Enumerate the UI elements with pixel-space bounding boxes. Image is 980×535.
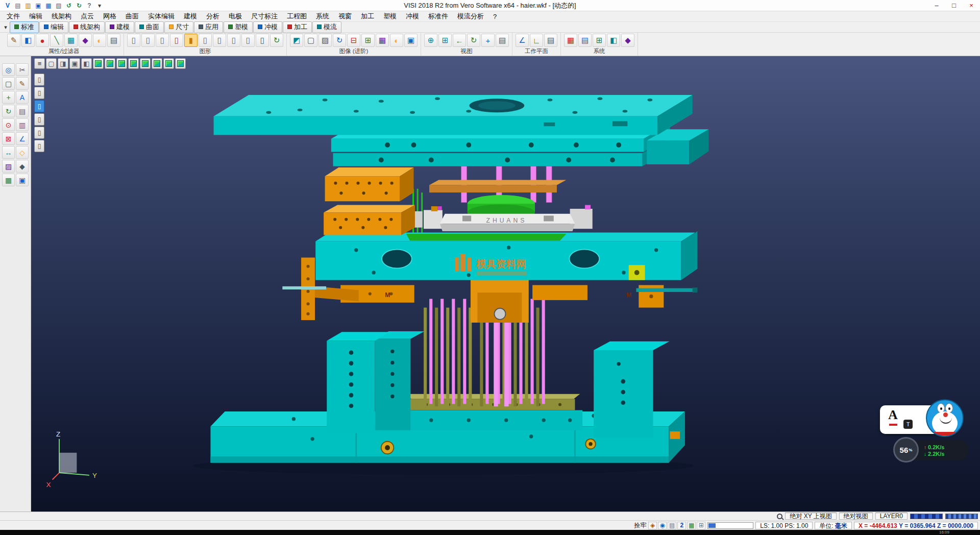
zoom-fit[interactable]: ⊕ — [424, 34, 437, 47]
filter-layer[interactable]: ▤ — [107, 34, 120, 47]
color-swatch-bar-1[interactable] — [910, 514, 943, 519]
graphics-delete[interactable]: ▯ — [170, 34, 183, 47]
camera-icon[interactable]: ◉ — [658, 522, 667, 529]
quick-view-6[interactable]: ▯ — [34, 140, 44, 152]
zoom-window[interactable]: ⊞ — [438, 34, 452, 47]
dynamic-rotate[interactable]: ↻ — [333, 34, 346, 47]
menu-item-6[interactable]: 曲面 — [121, 11, 143, 21]
pan-view[interactable]: + — [481, 34, 495, 47]
system-layers[interactable]: ▤ — [578, 34, 592, 47]
transparency[interactable]: ◐ — [390, 34, 403, 47]
bottom-view-cube[interactable] — [163, 58, 174, 69]
viewport-quad[interactable]: ▣ — [69, 58, 80, 69]
menu-item-3[interactable]: 线架构 — [47, 11, 76, 21]
menu-item-20[interactable]: ? — [488, 11, 501, 21]
menu-item-11[interactable]: 尺寸标注 — [247, 11, 282, 21]
ribbon-tab-7[interactable]: 应用 — [194, 21, 223, 33]
right-view-cube[interactable] — [128, 58, 139, 69]
save-file[interactable]: ▣ — [34, 1, 43, 10]
graphics-measure[interactable]: ▯ — [256, 34, 269, 47]
text-tool-icon[interactable]: T — [903, 420, 913, 429]
erase-tool[interactable]: ⊠ — [2, 132, 15, 145]
scale-field[interactable]: LS: 1.00 PS: 1.00 — [755, 522, 813, 529]
viewport-split[interactable]: ◨ — [58, 58, 68, 69]
help-doc[interactable]: ? — [85, 1, 94, 10]
ruler-tool[interactable]: ◇ — [16, 146, 29, 159]
quick-view-4[interactable]: ▯ — [34, 113, 44, 126]
desktop-overlay-widget[interactable]: A T 56% ↑0.2K/s — [880, 405, 970, 460]
system-colors[interactable]: ▦ — [564, 34, 577, 47]
snap-tool[interactable]: ⊙ — [2, 118, 15, 131]
front-view-cube[interactable] — [116, 58, 127, 69]
filter-point[interactable]: ● — [36, 34, 49, 47]
redo[interactable]: ↻ — [75, 1, 84, 10]
menu-item-7[interactable]: 实体编辑 — [143, 11, 179, 21]
attribute-match[interactable]: ◧ — [21, 34, 35, 47]
ribbon-tab-11[interactable]: 模流 — [312, 21, 341, 33]
absolute-view-field[interactable]: 绝对视图 — [839, 513, 873, 520]
filter-solid[interactable]: ◆ — [79, 34, 92, 47]
move-tool[interactable]: + — [2, 91, 15, 104]
text-tool[interactable]: A — [16, 91, 29, 104]
menu-item-10[interactable]: 电极 — [224, 11, 247, 21]
quick-view-1[interactable]: ▯ — [34, 74, 44, 86]
workplane-create[interactable]: ∠ — [516, 34, 529, 47]
snapshot[interactable]: ▣ — [404, 34, 418, 47]
graphics-new-list[interactable]: ▯ — [127, 34, 140, 47]
close-button[interactable]: × — [963, 0, 980, 11]
section-view[interactable]: ⊟ — [347, 34, 360, 47]
quick-view-5[interactable]: ▯ — [34, 127, 44, 139]
save-all[interactable]: ▦ — [44, 1, 53, 10]
speed-percent-badge[interactable]: 56% — [893, 437, 919, 463]
sketch-pencil[interactable]: ✎ — [16, 77, 29, 90]
viewport-left[interactable]: ◧ — [81, 58, 92, 69]
shaded-view[interactable]: ◩ — [290, 34, 303, 47]
axonometric-view-cube[interactable] — [175, 58, 186, 69]
menu-item-15[interactable]: 加工 — [356, 11, 379, 21]
explode-view[interactable]: ⊞ — [361, 34, 375, 47]
layers-icon[interactable]: ▦ — [687, 522, 696, 529]
units-field[interactable]: 单位: 毫米 — [815, 522, 852, 529]
hidden-line-view[interactable]: ▨ — [318, 34, 332, 47]
search-magnifier-icon[interactable] — [777, 514, 782, 519]
pattern-tool[interactable]: ▦ — [2, 174, 15, 186]
grid-icon[interactable]: ⊞ — [697, 522, 705, 529]
view-menu[interactable]: ≡ — [34, 58, 45, 69]
rotate-view[interactable]: ↻ — [467, 34, 480, 47]
graphics-properties[interactable]: ▮ — [184, 34, 198, 47]
workplane-list[interactable]: ▤ — [544, 34, 557, 47]
font-tool-icon[interactable]: A — [888, 407, 898, 423]
wireframe-view[interactable]: ▢ — [304, 34, 317, 47]
ribbon-tab-3[interactable]: 线架构 — [69, 21, 105, 33]
view-list[interactable]: ▤ — [496, 34, 509, 47]
workplane-align[interactable]: ∟ — [530, 34, 543, 47]
network-speed-widget[interactable]: 56% ↑0.2K/s ↓2.2K/s — [897, 440, 969, 460]
angle-tool[interactable]: ∠ — [16, 132, 29, 145]
book-panel[interactable]: ▥ — [16, 118, 29, 131]
filter-face[interactable]: ▦ — [64, 34, 78, 47]
menu-item-9[interactable]: 分析 — [202, 11, 224, 21]
menu-item-2[interactable]: 编辑 — [24, 11, 47, 21]
ribbon-tab-6[interactable]: 尺寸 — [164, 21, 193, 33]
quick-view-3[interactable]: ▯ — [34, 100, 44, 112]
graphics-refresh[interactable]: ↻ — [270, 34, 283, 47]
menu-item-5[interactable]: 网格 — [99, 11, 121, 21]
taskbar-sliver[interactable]: 16:09 — [0, 530, 980, 535]
view-orientation-field[interactable]: 绝对 XY 上视图 — [785, 513, 836, 520]
new-document[interactable]: ▤ — [13, 1, 22, 10]
menu-item-17[interactable]: 冲模 — [401, 11, 424, 21]
menu-item-12[interactable]: 工程图 — [282, 11, 311, 21]
left-view-cube[interactable] — [152, 58, 162, 69]
notes-panel[interactable]: ▤ — [16, 105, 29, 117]
count-badge[interactable]: 2 — [677, 522, 686, 529]
menu-item-1[interactable]: 文件 — [2, 11, 24, 21]
top-view-cube[interactable] — [105, 58, 115, 69]
menu-item-18[interactable]: 标准件 — [424, 11, 453, 21]
system-settings[interactable]: ◆ — [621, 34, 634, 47]
print[interactable]: ▧ — [54, 1, 63, 10]
menu-item-19[interactable]: 模流分析 — [453, 11, 488, 21]
system-grid[interactable]: ⊞ — [593, 34, 606, 47]
printer-icon[interactable]: ▤ — [668, 522, 676, 529]
system-display[interactable]: ◧ — [607, 34, 620, 47]
filter-line[interactable]: ╲ — [50, 34, 63, 47]
